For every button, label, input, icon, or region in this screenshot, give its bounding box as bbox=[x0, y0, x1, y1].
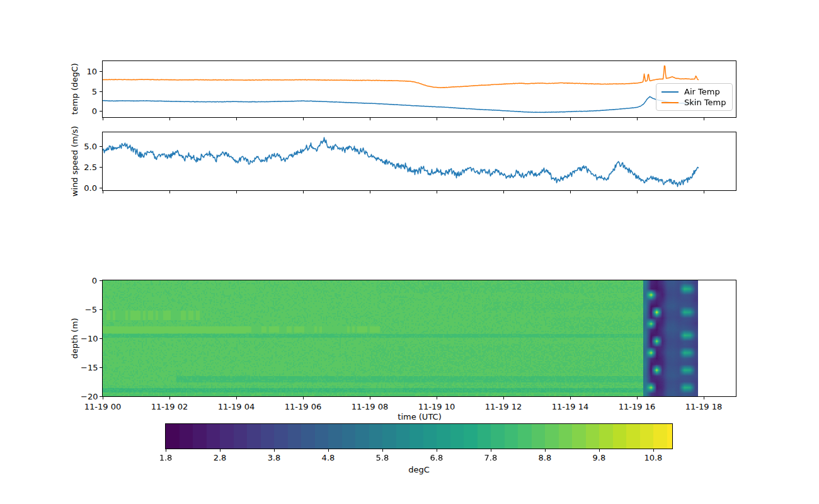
colorbar-tick-label: 8.8 bbox=[539, 454, 552, 462]
x-tick-mark bbox=[169, 397, 170, 399]
legend: Air TempSkin Temp bbox=[656, 83, 733, 111]
x-tick-mark bbox=[503, 191, 504, 193]
colorbar-tick-mark bbox=[599, 449, 600, 452]
colorbar-label: degC bbox=[408, 465, 430, 474]
x-tick-mark bbox=[103, 397, 103, 399]
x-tick-mark bbox=[169, 191, 170, 193]
legend-item: Air Temp bbox=[662, 88, 727, 96]
wind-plot-canvas bbox=[103, 132, 736, 190]
x-tick-mark bbox=[704, 397, 704, 399]
depth-y-axis-label: depth (m) bbox=[70, 318, 79, 359]
colorbar-canvas bbox=[166, 424, 672, 449]
y-tick-label: −20 bbox=[81, 392, 97, 401]
colorbar-tick-label: 1.8 bbox=[159, 454, 173, 462]
colorbar-tick-mark bbox=[328, 449, 329, 452]
x-tick-mark bbox=[303, 191, 304, 193]
y-tick-label: 5 bbox=[81, 87, 97, 95]
x-tick-mark bbox=[570, 118, 571, 120]
y-tick-label: 2.5 bbox=[81, 163, 97, 171]
y-tick-mark bbox=[100, 367, 102, 368]
x-tick-mark bbox=[370, 118, 370, 120]
x-tick-mark bbox=[236, 191, 237, 193]
x-tick-label: 11-19 04 bbox=[218, 403, 255, 411]
x-tick-label: 11-19 08 bbox=[352, 403, 388, 411]
colorbar-tick-mark bbox=[653, 449, 654, 452]
x-tick-mark bbox=[303, 118, 304, 120]
colorbar-tick-mark bbox=[491, 449, 491, 452]
legend-label: Skin Temp bbox=[684, 98, 726, 106]
x-tick-mark bbox=[570, 397, 571, 399]
depth-heatmap-axes bbox=[102, 280, 736, 397]
x-tick-mark bbox=[169, 118, 170, 120]
colorbar-tick-mark bbox=[545, 449, 546, 452]
x-tick-label: 11-19 16 bbox=[619, 403, 655, 411]
y-tick-label: −15 bbox=[81, 364, 97, 372]
colorbar bbox=[165, 423, 673, 449]
y-tick-label: 10 bbox=[81, 67, 97, 76]
x-tick-mark bbox=[370, 191, 370, 193]
colorbar-tick-label: 7.8 bbox=[484, 454, 498, 462]
y-tick-label: 0.0 bbox=[81, 184, 97, 192]
legend-line-sample bbox=[662, 91, 679, 93]
colorbar-tick-mark bbox=[274, 449, 275, 452]
x-tick-mark bbox=[503, 397, 504, 399]
legend-label: Air Temp bbox=[684, 88, 720, 96]
x-tick-mark bbox=[637, 118, 638, 120]
colorbar-tick-mark bbox=[382, 449, 383, 452]
y-tick-label: −10 bbox=[81, 335, 97, 343]
y-tick-mark bbox=[100, 91, 102, 92]
x-tick-mark bbox=[370, 397, 370, 399]
x-tick-mark bbox=[236, 397, 237, 399]
colorbar-tick-label: 9.8 bbox=[593, 454, 606, 462]
x-tick-mark bbox=[637, 397, 638, 399]
depth-heatmap-canvas bbox=[103, 280, 736, 396]
x-tick-mark bbox=[236, 118, 237, 120]
y-tick-mark bbox=[100, 309, 102, 310]
x-tick-mark bbox=[637, 191, 638, 193]
temp-y-axis-label: temp (degC) bbox=[70, 63, 79, 115]
colorbar-tick-label: 2.8 bbox=[214, 454, 227, 462]
colorbar-tick-label: 10.8 bbox=[644, 454, 662, 462]
temp-axes bbox=[102, 60, 736, 118]
colorbar-tick-mark bbox=[166, 449, 166, 452]
x-tick-label: 11-19 02 bbox=[151, 403, 188, 411]
wind-axes bbox=[102, 132, 736, 191]
x-tick-mark bbox=[570, 191, 571, 193]
y-tick-mark bbox=[100, 71, 102, 72]
y-tick-mark bbox=[100, 338, 102, 339]
x-tick-mark bbox=[303, 397, 304, 399]
time-x-axis-label: time (UTC) bbox=[398, 412, 441, 421]
legend-line-sample bbox=[662, 102, 679, 103]
y-tick-mark bbox=[100, 396, 102, 397]
legend-item: Skin Temp bbox=[662, 98, 727, 106]
x-tick-mark bbox=[103, 118, 103, 120]
figure: temp (degC) Air TempSkin Temp wind speed… bbox=[0, 0, 819, 504]
y-tick-mark bbox=[100, 146, 102, 147]
colorbar-tick-mark bbox=[220, 449, 220, 452]
temp-plot-canvas bbox=[103, 61, 736, 117]
colorbar-tick-mark bbox=[437, 449, 437, 452]
x-tick-label: 11-19 18 bbox=[685, 403, 722, 411]
colorbar-tick-label: 5.8 bbox=[376, 454, 389, 462]
x-tick-mark bbox=[437, 397, 437, 399]
wind-y-axis-label: wind speed (m/s) bbox=[70, 126, 79, 197]
y-tick-mark bbox=[100, 280, 102, 281]
colorbar-tick-label: 4.8 bbox=[322, 454, 335, 462]
colorbar-tick-label: 3.8 bbox=[268, 454, 281, 462]
x-tick-label: 11-19 10 bbox=[418, 403, 455, 411]
y-tick-label: 0 bbox=[81, 277, 97, 285]
y-tick-label: 0 bbox=[81, 107, 97, 115]
x-tick-label: 11-19 00 bbox=[84, 403, 121, 411]
y-tick-mark bbox=[100, 111, 102, 112]
x-tick-mark bbox=[103, 191, 103, 193]
x-tick-label: 11-19 12 bbox=[485, 403, 522, 411]
x-tick-mark bbox=[704, 118, 704, 120]
y-tick-mark bbox=[100, 188, 102, 188]
x-tick-mark bbox=[704, 191, 704, 193]
x-tick-mark bbox=[437, 191, 437, 193]
y-tick-label: 5.0 bbox=[81, 142, 97, 151]
colorbar-tick-label: 6.8 bbox=[430, 454, 444, 462]
y-tick-label: −5 bbox=[81, 306, 97, 314]
x-tick-label: 11-19 06 bbox=[285, 403, 321, 411]
x-tick-mark bbox=[437, 118, 437, 120]
